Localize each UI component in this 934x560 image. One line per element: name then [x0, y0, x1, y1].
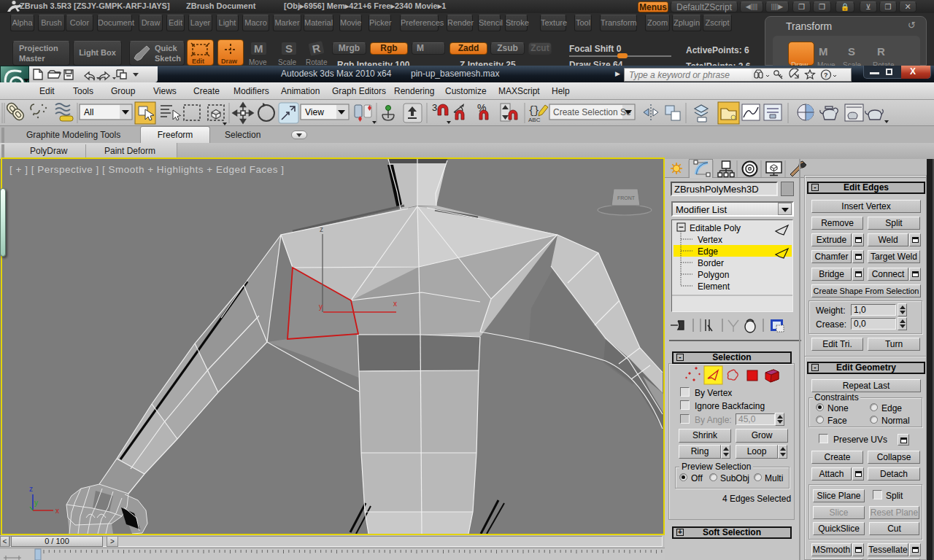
- svg-text:Edge: Edge: [698, 246, 718, 257]
- svg-text:All: All: [84, 107, 93, 117]
- svg-text:View: View: [305, 107, 324, 117]
- svg-text:3: 3: [432, 102, 437, 113]
- svg-text:z: z: [320, 225, 323, 233]
- svg-text:Editable Poly: Editable Poly: [690, 223, 741, 233]
- svg-text:x: x: [55, 507, 59, 515]
- svg-text:FRONT: FRONT: [617, 195, 636, 201]
- svg-text:x: x: [393, 300, 397, 308]
- svg-text:z: z: [29, 485, 33, 493]
- svg-text:?: ?: [824, 71, 828, 79]
- svg-text:ABC: ABC: [528, 117, 541, 123]
- svg-text:y: y: [34, 499, 38, 507]
- svg-text:Element: Element: [698, 281, 730, 292]
- svg-text:[ + ] [ Perspective ] [ Smooth: [ + ] [ Perspective ] [ Smooth + Highlig…: [9, 164, 285, 175]
- svg-text:Vertex: Vertex: [698, 235, 722, 245]
- svg-text:Polygon: Polygon: [698, 270, 729, 280]
- svg-text:y: y: [319, 303, 323, 311]
- svg-text:Border: Border: [698, 258, 724, 268]
- svg-text:Create Selection Se: Create Selection Se: [553, 107, 631, 117]
